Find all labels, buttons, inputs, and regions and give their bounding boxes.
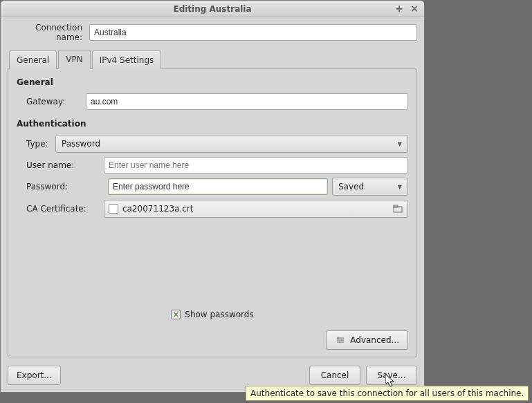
type-label: Type: xyxy=(17,139,55,149)
gateway-row: Gateway: xyxy=(17,93,408,110)
type-combo[interactable]: Password ▼ xyxy=(55,135,408,153)
show-passwords-row: ✕ Show passwords xyxy=(17,310,408,319)
tab-panel-vpn: General Gateway: Authentication Type: Pa… xyxy=(8,68,417,357)
footer-right: Cancel Save... xyxy=(309,366,417,385)
export-button[interactable]: Export... xyxy=(8,366,61,385)
section-auth: Authentication xyxy=(17,119,408,129)
chevron-down-icon: ▼ xyxy=(398,184,402,190)
password-mode-value: Saved xyxy=(338,182,364,191)
ca-label: CA Certificate: xyxy=(17,204,104,214)
tab-ipv4[interactable]: IPv4 Settings xyxy=(92,50,162,69)
ca-file-chooser[interactable]: ca20071123a.crt xyxy=(104,200,408,218)
ca-file-name: ca20071123a.crt xyxy=(122,204,193,214)
titlebar: Editing Australia + × xyxy=(1,1,424,17)
chevron-down-icon: ▼ xyxy=(398,141,402,147)
ca-row: CA Certificate: ca20071123a.crt xyxy=(17,200,408,218)
password-label: Password: xyxy=(17,182,104,191)
folder-open-icon xyxy=(392,204,403,214)
username-row: User name: xyxy=(17,157,408,174)
close-icon[interactable]: × xyxy=(409,3,420,14)
sliders-icon xyxy=(335,335,346,345)
minimize-icon[interactable]: + xyxy=(394,3,405,14)
password-row: Password: Saved ▼ xyxy=(17,178,408,196)
password-input[interactable] xyxy=(108,178,328,195)
advanced-label: Advanced... xyxy=(350,335,399,345)
window-controls: + × xyxy=(394,3,420,14)
type-row: Type: Password ▼ xyxy=(17,135,408,153)
file-icon xyxy=(109,204,118,214)
section-general: General xyxy=(17,77,408,87)
svg-point-6 xyxy=(341,339,343,341)
tab-general[interactable]: General xyxy=(9,50,57,69)
tabs: General VPN IPv4 Settings General Gatewa… xyxy=(8,49,417,357)
tab-vpn[interactable]: VPN xyxy=(58,50,90,69)
gateway-label: Gateway: xyxy=(17,97,86,106)
dialog-footer: Export... Cancel Save... xyxy=(8,362,417,385)
advanced-row: Advanced... xyxy=(326,330,408,350)
svg-point-7 xyxy=(339,341,341,344)
dialog-window: Editing Australia + × Connection name: G… xyxy=(0,0,425,393)
connection-name-row: Connection name: xyxy=(8,23,417,42)
tooltip: Authenticate to save this connection for… xyxy=(246,386,529,401)
save-button[interactable]: Save... xyxy=(366,366,417,385)
connection-name-label: Connection name: xyxy=(8,23,85,42)
type-value: Password xyxy=(62,139,100,149)
username-label: User name: xyxy=(17,160,104,170)
advanced-button[interactable]: Advanced... xyxy=(326,330,408,350)
show-passwords-label: Show passwords xyxy=(185,310,253,319)
dialog-body: Connection name: General VPN IPv4 Settin… xyxy=(1,17,424,392)
connection-name-input[interactable] xyxy=(89,24,417,41)
password-mode-combo[interactable]: Saved ▼ xyxy=(332,178,408,196)
show-passwords-checkbox[interactable]: ✕ xyxy=(171,310,181,319)
cancel-button[interactable]: Cancel xyxy=(309,366,360,385)
window-title: Editing Australia xyxy=(173,4,251,14)
tab-bar: General VPN IPv4 Settings xyxy=(8,49,417,68)
username-input[interactable] xyxy=(104,157,408,174)
svg-point-5 xyxy=(338,337,340,339)
gateway-input[interactable] xyxy=(86,93,408,110)
